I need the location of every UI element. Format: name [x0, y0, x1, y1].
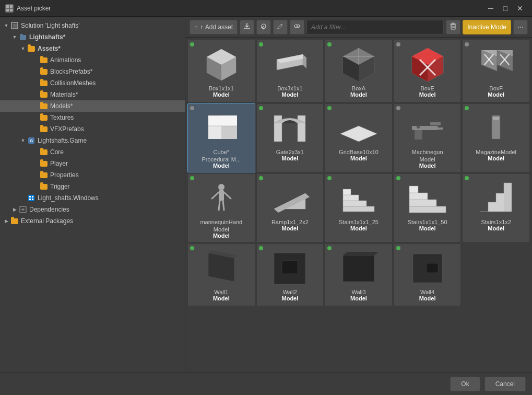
sidebar-item-trigger[interactable]: Trigger — [0, 181, 185, 192]
asset-card-wall1[interactable]: Wall1 Model — [187, 243, 255, 306]
cancel-button[interactable]: Cancel — [484, 377, 526, 391]
asset-card-wall4[interactable]: Wall4 Model — [394, 243, 462, 306]
asset-card-mannequin[interactable]: mannequinHand Model Model — [187, 173, 255, 242]
svg-rect-14 — [32, 199, 33, 200]
add-asset-label: + Add asset — [200, 24, 233, 31]
sidebar-item-solution[interactable]: ▼ Solution 'Light shafts' — [0, 20, 185, 31]
arrow-icon: ▼ — [10, 33, 19, 41]
asset-thumbnail — [465, 176, 527, 218]
arrow-icon: ▼ — [2, 21, 10, 30]
asset-name: Wall1 — [214, 289, 228, 295]
asset-type: Model — [282, 225, 299, 231]
status-dot — [190, 42, 194, 47]
sidebar-item-vfxprefabs[interactable]: VFXPrefabs — [0, 123, 185, 135]
windows-icon — [27, 194, 36, 202]
inactive-mode-button[interactable]: Inactive Mode — [463, 20, 511, 34]
asset-card-ramp[interactable]: Ramp1x1_2x2 Model — [256, 173, 324, 242]
export-button[interactable] — [240, 20, 254, 34]
sidebar-item-collisionmeshes[interactable]: CollisionMeshes — [0, 77, 185, 89]
svg-line-74 — [219, 201, 220, 210]
edit-button[interactable] — [273, 20, 288, 34]
close-button[interactable]: ✕ — [513, 3, 527, 14]
asset-name: BoxA — [352, 85, 365, 91]
svg-rect-12 — [32, 196, 33, 197]
asset-card-gate[interactable]: Gate2x3x1 Model — [256, 103, 324, 172]
asset-card-stairs-1x1x2[interactable]: Stairs1x1x2 Model — [462, 173, 530, 242]
asset-name: Wall3 — [351, 289, 365, 295]
app-icon — [5, 4, 14, 13]
add-asset-button[interactable]: + + Add asset — [190, 20, 238, 34]
svg-rect-82 — [343, 189, 351, 195]
asset-card-gridbase[interactable]: GridBase10x10 Model — [325, 103, 393, 172]
sidebar-label-properties: Properties — [50, 171, 79, 179]
asset-card-boxa[interactable]: BoxA Model — [325, 40, 393, 102]
asset-type: Model — [213, 295, 230, 301]
status-dot — [396, 246, 400, 250]
asset-type: Model — [488, 91, 504, 98]
sidebar-item-lightshafts[interactable]: ▼ Lightshafts* — [0, 31, 185, 43]
status-dot — [259, 176, 263, 180]
asset-card-boxe[interactable]: BoxE Model — [394, 40, 462, 102]
sidebar-label-textures: Textures — [50, 114, 74, 121]
asset-card-stairs-50[interactable]: Stairs1x1x1_50 Model — [394, 173, 462, 242]
sidebar-item-windows[interactable]: Light_shafts.Windows — [0, 192, 185, 204]
svg-rect-6 — [20, 35, 26, 40]
status-dot — [190, 246, 194, 250]
sidebar-item-materials[interactable]: Materials* — [0, 89, 185, 100]
delete-button[interactable] — [446, 20, 460, 34]
folder-icon — [10, 217, 19, 225]
asset-thumbnail — [327, 42, 390, 84]
folder-icon — [40, 148, 48, 156]
filter-input[interactable] — [306, 20, 444, 34]
asset-card-box3x1x1[interactable]: Box3x1x1 Model — [256, 40, 324, 102]
sidebar-item-textures[interactable]: Textures — [0, 112, 185, 123]
svg-line-75 — [223, 201, 224, 210]
asset-type: Model — [350, 91, 367, 98]
folder-icon — [40, 67, 48, 76]
sidebar-item-assets[interactable]: ▼ Assets* — [0, 43, 185, 54]
sidebar-label-collisionmeshes: CollisionMeshes — [50, 79, 96, 87]
sidebar-label-dependencies: Dependencies — [29, 206, 69, 213]
asset-card-box1x1x1[interactable]: Box1x1x1 Model — [187, 40, 255, 102]
import-button[interactable] — [256, 20, 271, 34]
asset-card-wall2[interactable]: Wall2 Model — [256, 243, 324, 306]
asset-type: Model — [282, 295, 299, 301]
asset-card-cube[interactable]: Cube* Procedural M... Model — [187, 103, 255, 172]
svg-point-70 — [218, 184, 224, 190]
minimize-button[interactable]: ─ — [484, 3, 498, 14]
eye-button[interactable] — [290, 20, 304, 34]
folder-icon — [40, 113, 48, 122]
sidebar-item-lightshafts-game[interactable]: ▼ G Lightshafts.Game — [0, 135, 185, 146]
ok-button[interactable]: Ok — [450, 377, 480, 391]
svg-marker-62 — [340, 126, 377, 142]
svg-rect-96 — [427, 263, 438, 273]
inactive-mode-label: Inactive Mode — [467, 24, 506, 31]
sidebar-item-dependencies[interactable]: ▶ Dependencies — [0, 204, 185, 215]
asset-card-wall3[interactable]: Wall3 Model — [325, 243, 393, 306]
sidebar-item-properties[interactable]: Properties — [0, 169, 185, 181]
svg-rect-57 — [221, 126, 237, 139]
asset-type: Model — [419, 295, 436, 301]
more-options-button[interactable]: ⋯ — [513, 20, 528, 34]
sidebar-item-models[interactable]: Models* — [0, 100, 185, 112]
svg-rect-80 — [343, 201, 367, 206]
sidebar-item-player[interactable]: Player — [0, 158, 185, 169]
asset-card-boxf[interactable]: BoxF Model — [462, 40, 530, 102]
asset-card-machinegun[interactable]: Machinegun Model Model — [394, 103, 462, 172]
sidebar-item-blocksprefabs[interactable]: BlocksPrefabs* — [0, 66, 185, 77]
asset-type: Model — [350, 295, 367, 301]
folder-icon — [40, 182, 48, 191]
sidebar-item-animations[interactable]: Animations — [0, 54, 185, 66]
maximize-button[interactable]: □ — [499, 3, 512, 14]
sidebar-item-external-packages[interactable]: ▶ External Packages — [0, 215, 185, 227]
asset-card-stairs-25[interactable]: Stairs1x1x1_25 Model — [325, 173, 393, 242]
sidebar-item-core[interactable]: Core — [0, 146, 185, 158]
asset-card-magazine[interactable]: MagazineModel Model — [462, 103, 530, 172]
export-icon — [243, 22, 251, 31]
main-container: ▼ Solution 'Light shafts' ▼ Lightshafts*… — [0, 17, 532, 372]
sidebar-label-solution: Solution 'Light shafts' — [21, 22, 80, 29]
sidebar-label-lightshafts-game: Lightshafts.Game — [38, 137, 87, 144]
svg-rect-69 — [493, 117, 499, 120]
svg-rect-86 — [409, 186, 418, 193]
sidebar-label-lightshafts: Lightshafts* — [29, 33, 65, 41]
